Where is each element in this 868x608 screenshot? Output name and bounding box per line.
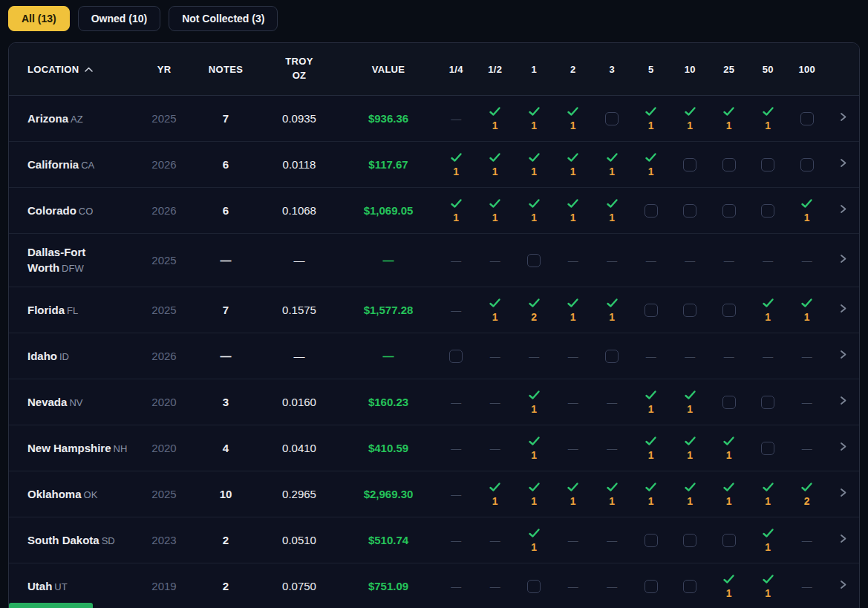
- checkbox-unchecked[interactable]: [645, 580, 658, 593]
- checkbox-unchecked[interactable]: [722, 396, 736, 409]
- denom-cell-2[interactable]: 1: [554, 106, 593, 131]
- denom-cell-2[interactable]: 1: [554, 482, 593, 506]
- checkbox-unchecked[interactable]: [683, 304, 696, 317]
- checkbox-unchecked[interactable]: [645, 204, 658, 218]
- denom-cell-1-2[interactable]: 1: [476, 482, 515, 506]
- denom-cell-25[interactable]: [710, 534, 749, 547]
- denom-cell-50[interactable]: [748, 158, 788, 171]
- denom-cell-1[interactable]: [515, 580, 554, 593]
- denom-cell-1-4[interactable]: 1: [437, 152, 476, 177]
- checkbox-unchecked[interactable]: [605, 350, 619, 363]
- checkbox-unchecked[interactable]: [800, 158, 814, 171]
- denom-cell-2[interactable]: 1: [554, 198, 593, 223]
- denom-cell-1[interactable]: 1: [515, 198, 554, 223]
- checkbox-unchecked[interactable]: [761, 158, 774, 171]
- denom-cell-10[interactable]: [670, 158, 710, 171]
- denom-cell-10[interactable]: [670, 304, 710, 317]
- checkbox-unchecked[interactable]: [800, 112, 814, 125]
- denom-cell-50[interactable]: 1: [748, 482, 788, 506]
- denom-cell-100[interactable]: 2: [788, 482, 827, 506]
- denom-cell-25[interactable]: [710, 158, 749, 171]
- checkbox-unchecked[interactable]: [722, 304, 736, 317]
- row-expand-button[interactable]: [826, 441, 859, 455]
- row-expand-button[interactable]: [826, 349, 859, 363]
- checkbox-unchecked[interactable]: [683, 204, 696, 218]
- denom-cell-5[interactable]: 1: [632, 106, 671, 131]
- row-expand-button[interactable]: [826, 111, 859, 125]
- denom-cell-25[interactable]: 1: [710, 574, 749, 598]
- filter-button-owned[interactable]: Owned (10): [78, 6, 160, 31]
- denom-cell-50[interactable]: 1: [748, 574, 788, 598]
- denom-cell-10[interactable]: 1: [670, 482, 710, 506]
- denom-cell-5[interactable]: [632, 304, 671, 317]
- header-location[interactable]: LOCATION: [9, 64, 135, 75]
- checkbox-unchecked[interactable]: [683, 580, 696, 593]
- denom-cell-1-2[interactable]: 1: [476, 152, 515, 177]
- row-expand-button[interactable]: [826, 157, 859, 171]
- denom-cell-25[interactable]: 1: [710, 106, 749, 131]
- denom-cell-1[interactable]: [515, 254, 554, 267]
- checkbox-unchecked[interactable]: [761, 204, 774, 218]
- denom-cell-1-2[interactable]: 1: [476, 298, 515, 322]
- denom-cell-1[interactable]: 1: [515, 390, 554, 414]
- row-expand-button[interactable]: [826, 533, 859, 547]
- denom-cell-50[interactable]: [748, 396, 788, 409]
- filter-button-not-collected[interactable]: Not Collected (3): [169, 6, 278, 31]
- denom-cell-3[interactable]: 1: [593, 152, 632, 177]
- checkbox-unchecked[interactable]: [722, 158, 736, 171]
- denom-cell-1-4[interactable]: [437, 350, 476, 363]
- denom-cell-5[interactable]: [632, 580, 671, 593]
- denom-cell-1[interactable]: 2: [515, 298, 554, 322]
- denom-cell-50[interactable]: 1: [748, 528, 788, 552]
- denom-cell-1-4[interactable]: 1: [437, 198, 476, 223]
- denom-cell-25[interactable]: [710, 304, 749, 317]
- denom-cell-5[interactable]: [632, 534, 671, 547]
- row-expand-button[interactable]: [826, 395, 859, 409]
- denom-cell-5[interactable]: 1: [632, 436, 671, 460]
- denom-cell-1[interactable]: 1: [515, 152, 554, 177]
- checkbox-unchecked[interactable]: [527, 254, 541, 267]
- checkbox-unchecked[interactable]: [761, 396, 774, 409]
- denom-cell-100[interactable]: [788, 158, 827, 171]
- denom-cell-1[interactable]: 1: [515, 482, 554, 506]
- checkbox-unchecked[interactable]: [683, 158, 696, 171]
- denom-cell-50[interactable]: [748, 204, 788, 218]
- checkbox-unchecked[interactable]: [645, 534, 658, 547]
- denom-cell-10[interactable]: 1: [670, 390, 710, 414]
- denom-cell-100[interactable]: [788, 112, 827, 125]
- denom-cell-1-2[interactable]: 1: [476, 106, 515, 131]
- denom-cell-25[interactable]: 1: [710, 436, 749, 460]
- row-expand-button[interactable]: [826, 203, 859, 218]
- denom-cell-5[interactable]: 1: [632, 152, 671, 177]
- row-expand-button[interactable]: [826, 579, 859, 593]
- denom-cell-100[interactable]: 1: [788, 198, 827, 223]
- denom-cell-1[interactable]: 1: [515, 528, 554, 552]
- denom-cell-5[interactable]: 1: [632, 482, 671, 506]
- denom-cell-10[interactable]: 1: [670, 106, 710, 131]
- denom-cell-3[interactable]: 1: [593, 298, 632, 322]
- denom-cell-1-2[interactable]: 1: [476, 198, 515, 223]
- denom-cell-5[interactable]: 1: [632, 390, 671, 414]
- denom-cell-1[interactable]: 1: [515, 436, 554, 460]
- denom-cell-10[interactable]: [670, 204, 710, 218]
- denom-cell-100[interactable]: 1: [788, 298, 827, 322]
- denom-cell-50[interactable]: 1: [748, 106, 788, 131]
- checkbox-unchecked[interactable]: [605, 112, 619, 125]
- denom-cell-10[interactable]: [670, 534, 710, 547]
- denom-cell-3[interactable]: 1: [593, 482, 632, 506]
- checkbox-unchecked[interactable]: [761, 442, 774, 455]
- row-expand-button[interactable]: [826, 253, 859, 267]
- filter-button-all[interactable]: All (13): [8, 6, 70, 31]
- denom-cell-25[interactable]: 1: [710, 482, 749, 506]
- denom-cell-50[interactable]: 1: [748, 298, 788, 322]
- checkbox-unchecked[interactable]: [722, 204, 736, 218]
- denom-cell-3[interactable]: [593, 112, 632, 125]
- denom-cell-2[interactable]: 1: [554, 152, 593, 177]
- denom-cell-5[interactable]: [632, 204, 671, 218]
- denom-cell-2[interactable]: 1: [554, 298, 593, 322]
- row-expand-button[interactable]: [826, 487, 859, 501]
- denom-cell-10[interactable]: 1: [670, 436, 710, 460]
- denom-cell-25[interactable]: [710, 396, 749, 409]
- checkbox-unchecked[interactable]: [683, 534, 696, 547]
- denom-cell-1[interactable]: 1: [515, 106, 554, 131]
